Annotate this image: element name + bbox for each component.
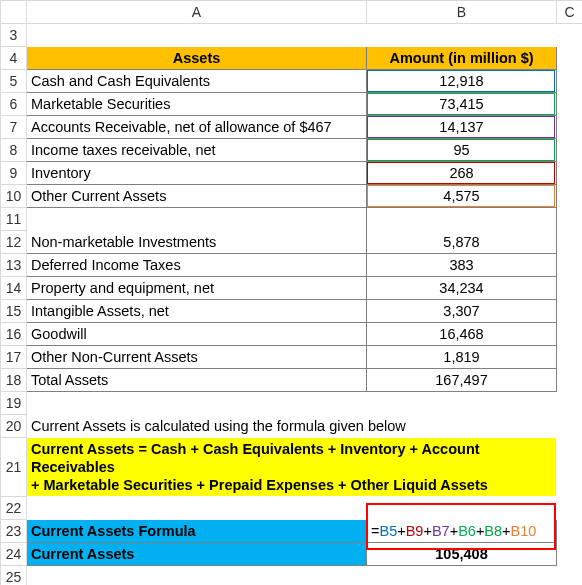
- value-property[interactable]: 34,234: [367, 277, 557, 300]
- value-intangible[interactable]: 3,307: [367, 300, 557, 323]
- formula-cell[interactable]: =B5+B9+B7+B6+B8+B10: [367, 520, 557, 543]
- label-other-noncurrent[interactable]: Other Non-Current Assets: [27, 346, 367, 369]
- row-header[interactable]: 5: [1, 70, 27, 93]
- row-header[interactable]: 9: [1, 162, 27, 185]
- cell-C3[interactable]: [557, 24, 583, 47]
- desc-line1: Current Assets = Cash + Cash Equivalents…: [31, 440, 552, 476]
- spreadsheet[interactable]: A B C 3 4 Assets Amount (in million $) 5…: [0, 0, 582, 585]
- grid[interactable]: A B C 3 4 Assets Amount (in million $) 5…: [0, 0, 582, 585]
- label-intangible[interactable]: Intangible Assets, net: [27, 300, 367, 323]
- row-header[interactable]: 21: [1, 438, 27, 497]
- row-header[interactable]: 13: [1, 254, 27, 277]
- label-current-assets[interactable]: Current Assets: [27, 543, 367, 566]
- value-goodwill[interactable]: 16,468: [367, 323, 557, 346]
- row-header[interactable]: 6: [1, 93, 27, 116]
- value-total-assets[interactable]: 167,497: [367, 369, 557, 392]
- cell-C4[interactable]: [557, 47, 583, 70]
- row-header[interactable]: 18: [1, 369, 27, 392]
- col-header-C[interactable]: C: [557, 1, 583, 24]
- label-accounts-receivable[interactable]: Accounts Receivable, net of allowance of…: [27, 116, 367, 139]
- formula-expression: =B5+B9+B7+B6+B8+B10: [371, 523, 536, 539]
- value-accounts-receivable[interactable]: 14,137: [367, 116, 557, 139]
- value-income-tax-recv[interactable]: 95: [367, 139, 557, 162]
- note-text[interactable]: Current Assets is calculated using the f…: [27, 415, 557, 438]
- row-header[interactable]: 4: [1, 47, 27, 70]
- row-header[interactable]: 19: [1, 392, 27, 415]
- header-assets[interactable]: Assets: [27, 47, 367, 70]
- label-total-assets[interactable]: Total Assets: [27, 369, 367, 392]
- cell-B11[interactable]: [367, 208, 557, 231]
- cell-A3[interactable]: [27, 24, 367, 47]
- formula-description[interactable]: Current Assets = Cash + Cash Equivalents…: [27, 438, 557, 497]
- value-other-noncurrent[interactable]: 1,819: [367, 346, 557, 369]
- value-inventory[interactable]: 268: [367, 162, 557, 185]
- cell-A11[interactable]: [27, 208, 367, 231]
- row-header[interactable]: 15: [1, 300, 27, 323]
- col-header-A[interactable]: A: [27, 1, 367, 24]
- value-marketable[interactable]: 73,415: [367, 93, 557, 116]
- row-header[interactable]: 3: [1, 24, 27, 47]
- row-header[interactable]: 23: [1, 520, 27, 543]
- col-header-B[interactable]: B: [367, 1, 557, 24]
- value-current-assets[interactable]: 105,408: [367, 543, 557, 566]
- label-income-tax-recv[interactable]: Income taxes receivable, net: [27, 139, 367, 162]
- row-header[interactable]: 24: [1, 543, 27, 566]
- label-property[interactable]: Property and equipment, net: [27, 277, 367, 300]
- label-inventory[interactable]: Inventory: [27, 162, 367, 185]
- label-cash[interactable]: Cash and Cash Equivalents: [27, 70, 367, 93]
- row-header[interactable]: 17: [1, 346, 27, 369]
- desc-line2: + Marketable Securities + Prepaid Expens…: [31, 476, 552, 494]
- value-nonmarketable[interactable]: 5,878: [367, 231, 557, 254]
- row-header[interactable]: 22: [1, 497, 27, 520]
- row-header[interactable]: 11: [1, 208, 27, 231]
- corner-cell[interactable]: [1, 1, 27, 24]
- label-current-assets-formula[interactable]: Current Assets Formula: [27, 520, 367, 543]
- label-deferred-tax[interactable]: Deferred Income Taxes: [27, 254, 367, 277]
- cell-B3[interactable]: [367, 24, 557, 47]
- row-header[interactable]: 16: [1, 323, 27, 346]
- column-header-row: A B C: [1, 1, 583, 24]
- label-nonmarketable[interactable]: Non-marketable Investments: [27, 231, 367, 254]
- label-marketable[interactable]: Marketable Securities: [27, 93, 367, 116]
- value-deferred-tax[interactable]: 383: [367, 254, 557, 277]
- header-amount[interactable]: Amount (in million $): [367, 47, 557, 70]
- label-goodwill[interactable]: Goodwill: [27, 323, 367, 346]
- row-header[interactable]: 14: [1, 277, 27, 300]
- row-header[interactable]: 12: [1, 231, 27, 254]
- row-header[interactable]: 8: [1, 139, 27, 162]
- row-header[interactable]: 10: [1, 185, 27, 208]
- value-other-current[interactable]: 4,575: [367, 185, 557, 208]
- value-cash[interactable]: 12,918: [367, 70, 557, 93]
- row-header[interactable]: 25: [1, 566, 27, 585]
- row-header[interactable]: 7: [1, 116, 27, 139]
- label-other-current[interactable]: Other Current Assets: [27, 185, 367, 208]
- row-header[interactable]: 20: [1, 415, 27, 438]
